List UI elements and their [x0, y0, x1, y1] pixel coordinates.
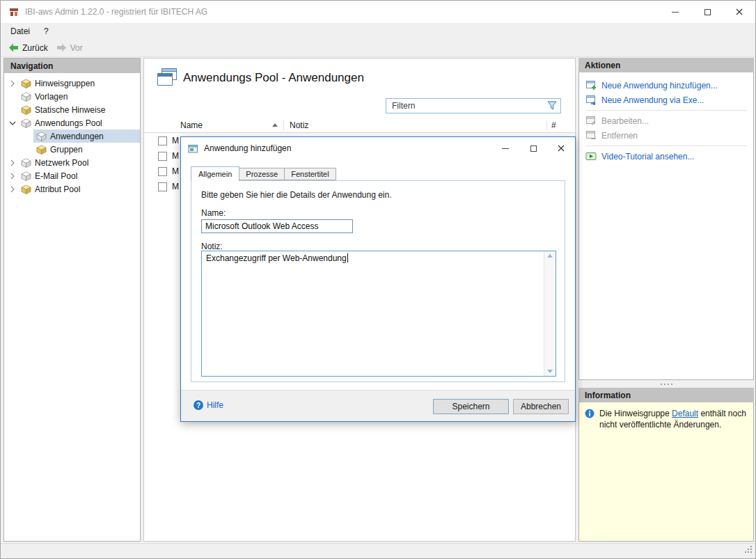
sidebar-item-label: Anwendungs Pool [35, 118, 102, 128]
sidebar-item-statische-hinweise[interactable]: Statische Hinweise [4, 103, 140, 116]
tab-prozesse[interactable]: Prozesse [239, 168, 285, 180]
gruppen-cube-icon [35, 145, 47, 155]
hinweisgruppen-cube-icon [19, 79, 32, 88]
anwendungen-cube-icon [35, 132, 47, 141]
actions-divider [585, 110, 747, 111]
notiz-textarea[interactable]: Exchangezugriff per Web-Anwendung [201, 251, 556, 377]
row-checkbox[interactable] [158, 167, 167, 176]
chevron-right-icon[interactable] [7, 159, 18, 166]
menu-item-datei[interactable]: Datei [3, 23, 37, 39]
action-label: Video-Tutorial ansehen... [601, 152, 694, 162]
dialog-minimize-button[interactable] [491, 137, 519, 159]
textarea-scrollbar[interactable] [544, 251, 556, 376]
chevron-right-icon[interactable] [7, 80, 18, 87]
text-caret [347, 253, 348, 262]
default-group-link[interactable]: Default [672, 409, 698, 418]
help-link[interactable]: ? Hilfe [194, 400, 223, 410]
cancel-button[interactable]: Abbrechen [513, 399, 569, 414]
dialog-app-icon [188, 144, 198, 153]
save-button[interactable]: Speichern [433, 399, 509, 414]
notiz-text: Exchangezugriff per Web-Anwendung [206, 253, 347, 263]
window-title: IBI-aws Admin 1.22.0 - registriert für I… [25, 7, 207, 17]
menu-bar: Datei ? [1, 23, 755, 39]
sidebar-item-netzwerk-pool[interactable]: Netzwerk Pool [4, 156, 140, 169]
tab-allgemein[interactable]: Allgemein [191, 166, 239, 181]
sidebar-item-vorlagen[interactable]: Vorlagen [4, 90, 140, 103]
scroll-down-icon[interactable] [547, 370, 553, 373]
navigation-toolbar: Zurück Vor [1, 39, 755, 57]
sort-ascending-icon [272, 123, 278, 127]
resize-grip[interactable] [744, 545, 753, 556]
maximize-button[interactable] [691, 1, 723, 23]
filter-input[interactable] [386, 98, 561, 113]
sidebar-item-attribut-pool[interactable]: Attribut Pool [4, 182, 140, 196]
sidebar-item-hinweisgruppen[interactable]: Hinweisgruppen [4, 77, 140, 90]
page-title: Anwendungs Pool - Anwendungen [183, 71, 364, 85]
sidebar-item-label: Netzwerk Pool [35, 158, 88, 168]
action-edit[interactable]: Bearbeiten... [579, 113, 753, 128]
sidebar-item-anwendungs-pool[interactable]: Anwendungs Pool [4, 116, 140, 129]
column-header-name[interactable]: Name [172, 120, 283, 130]
sidebar-item-label: Gruppen [50, 145, 83, 155]
back-button[interactable]: Zurück [4, 39, 52, 56]
sidebar-item-anwendungen[interactable]: Anwendungen [4, 129, 140, 143]
action-new-application[interactable]: Neue Anwendung hinzufügen... [579, 78, 753, 93]
action-label: Bearbeiten... [601, 116, 649, 126]
chevron-down-icon[interactable] [7, 121, 18, 125]
add-application-dialog: Anwendung hinzufügen Allgemein Prozesse … [180, 136, 576, 422]
status-bar [1, 543, 755, 558]
notiz-field-label: Notiz: [201, 242, 223, 251]
action-video-tutorial[interactable]: Video-Tutorial ansehen... [579, 149, 753, 164]
dialog-footer: ? Hilfe Speichern Abbrechen [181, 390, 575, 421]
new-application-icon [585, 80, 597, 90]
remove-icon [585, 130, 597, 141]
help-label: Hilfe [207, 400, 223, 410]
row-checkbox[interactable] [158, 182, 167, 191]
filter-box [386, 98, 561, 113]
email-pool-cube-icon [19, 171, 32, 181]
minimize-button[interactable] [659, 1, 691, 23]
row-checkbox[interactable] [158, 136, 167, 145]
tab-fenstertitel[interactable]: Fenstertitel [285, 168, 336, 180]
sidebar-item-email-pool[interactable]: E-Mail Pool [4, 169, 140, 182]
dialog-title: Anwendung hinzufügen [204, 143, 291, 153]
forward-button[interactable]: Vor [52, 39, 87, 56]
sidebar-item-gruppen[interactable]: Gruppen [4, 143, 140, 156]
dialog-maximize-button[interactable] [519, 137, 547, 159]
action-remove[interactable]: Entfernen [579, 128, 753, 143]
action-label: Entfernen [601, 131, 638, 141]
table-header: Name Notiz # [144, 118, 575, 133]
dialog-close-button[interactable] [547, 137, 575, 159]
panel-splitter[interactable] [578, 380, 754, 388]
dialog-instruction-text: Bitte geben Sie hier die Details der Anw… [201, 190, 392, 200]
scroll-up-icon[interactable] [547, 254, 553, 258]
app-logo-icon [8, 6, 19, 17]
actions-header: Aktionen [578, 58, 754, 72]
menu-item-help[interactable]: ? [37, 23, 56, 39]
dialog-tabs: Allgemein Prozesse Fenstertitel [191, 166, 336, 180]
navigation-tree: Hinweisgruppen Vorlagen Statische Hinwei… [4, 73, 140, 196]
chevron-right-icon[interactable] [7, 173, 18, 180]
column-header-notiz[interactable]: Notiz [284, 120, 546, 130]
sidebar-item-label: Anwendungen [50, 132, 104, 141]
name-field-label: Name: [201, 208, 226, 218]
row-checkbox[interactable] [158, 152, 167, 161]
maximize-icon [530, 145, 537, 152]
chevron-right-icon[interactable] [7, 186, 18, 193]
name-field[interactable] [201, 219, 353, 233]
edit-icon [585, 116, 597, 126]
close-icon [558, 145, 565, 152]
statische-hinweise-cube-icon [19, 105, 32, 115]
close-button[interactable] [723, 1, 755, 23]
column-header-count[interactable]: # [547, 120, 575, 130]
forward-label: Vor [70, 43, 83, 53]
sidebar-item-label: Vorlagen [35, 92, 68, 102]
sidebar-item-label: Hinweisgruppen [35, 79, 95, 88]
help-icon: ? [194, 400, 203, 410]
vorlagen-cube-icon [19, 92, 32, 102]
back-label: Zurück [22, 43, 48, 53]
action-new-application-via-exe[interactable]: Neue Anwendung via Exe... [579, 93, 753, 107]
sidebar-item-label: Attribut Pool [35, 184, 80, 194]
actions-divider [585, 145, 747, 146]
sidebar-item-label: Statische Hinweise [35, 105, 105, 115]
